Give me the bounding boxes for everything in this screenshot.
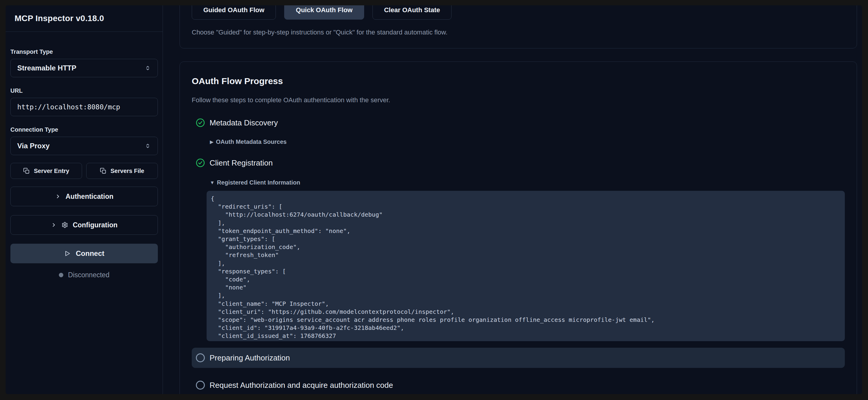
- connection-status: Disconnected: [10, 271, 158, 279]
- configuration-toggle[interactable]: Configuration: [10, 215, 158, 235]
- gear-icon: [62, 222, 68, 228]
- step-preparing-authorization: Preparing Authorization: [192, 348, 845, 368]
- oauth-mode-caption: Choose "Guided" for step-by-step instruc…: [192, 29, 845, 36]
- sidebar-content: Transport Type Streamable HTTP URL Conne…: [6, 32, 163, 279]
- step-client-registration: Client Registration: [192, 158, 845, 167]
- progress-subtitle: Follow these steps to complete OAuth aut…: [192, 96, 845, 104]
- guided-oauth-flow-button[interactable]: Guided OAuth Flow: [192, 5, 276, 20]
- progress-title: OAuth Flow Progress: [192, 76, 845, 86]
- authentication-label: Authentication: [66, 192, 114, 201]
- configuration-label: Configuration: [73, 221, 118, 229]
- chevrons-up-down-icon: [145, 143, 151, 149]
- registered-client-json: { "redirect_uris": [ "http://localhost:6…: [211, 195, 839, 341]
- server-entry-label: Server Entry: [34, 167, 69, 175]
- server-entry-button[interactable]: Server Entry: [10, 163, 82, 179]
- transport-type-label: Transport Type: [10, 49, 158, 55]
- step-label: Preparing Authorization: [210, 353, 290, 363]
- oauth-progress-card: OAuth Flow Progress Follow these steps t…: [180, 62, 857, 394]
- transport-type-value: Streamable HTTP: [17, 64, 76, 72]
- status-text: Disconnected: [68, 271, 110, 279]
- connection-type-label: Connection Type: [10, 126, 158, 133]
- step-label: Request Authorization and acquire author…: [210, 381, 393, 390]
- app-window: MCP Inspector v0.18.0 Transport Type Str…: [6, 5, 862, 394]
- copy-icon: [100, 167, 106, 174]
- pending-circle-icon: [196, 381, 205, 390]
- chevron-right-icon: [51, 222, 57, 228]
- connection-type-select[interactable]: Via Proxy: [10, 137, 158, 155]
- oauth-metadata-sources-label: OAuth Metadata Sources: [216, 139, 286, 145]
- servers-file-label: Servers File: [111, 167, 144, 175]
- sidebar-header: MCP Inspector v0.18.0: [6, 5, 163, 32]
- chevrons-up-down-icon: [145, 65, 151, 71]
- connection-type-value: Via Proxy: [17, 142, 50, 150]
- authentication-toggle[interactable]: Authentication: [10, 187, 158, 206]
- oauth-metadata-sources-toggle[interactable]: ▶ OAuth Metadata Sources: [210, 139, 845, 145]
- triangle-expanded-icon: ▼: [210, 180, 215, 185]
- servers-file-button[interactable]: Servers File: [86, 163, 158, 179]
- check-circle-icon: [196, 118, 205, 127]
- oauth-mode-card: Guided OAuth Flow Quick OAuth Flow Clear…: [180, 5, 857, 49]
- step-metadata-discovery: Metadata Discovery: [192, 118, 845, 127]
- url-input[interactable]: [10, 98, 158, 116]
- step-label: Client Registration: [210, 158, 273, 167]
- url-label: URL: [10, 87, 158, 94]
- pending-circle-icon: [196, 353, 205, 362]
- app-title: MCP Inspector v0.18.0: [14, 14, 104, 23]
- step-request-authorization: Request Authorization and acquire author…: [192, 375, 845, 394]
- status-dot-icon: [59, 273, 63, 277]
- chevron-right-icon: [55, 193, 61, 199]
- export-buttons-row: Server Entry Servers File: [10, 163, 158, 179]
- progress-steps: Metadata Discovery ▶ OAuth Metadata Sour…: [192, 118, 845, 394]
- connect-label: Connect: [76, 249, 104, 258]
- sidebar: MCP Inspector v0.18.0 Transport Type Str…: [6, 5, 163, 394]
- check-circle-icon: [196, 158, 205, 167]
- oauth-mode-buttons: Guided OAuth Flow Quick OAuth Flow Clear…: [192, 5, 845, 20]
- registered-client-json-block[interactable]: { "redirect_uris": [ "http://localhost:6…: [207, 191, 845, 341]
- registered-client-info-label: Registered Client Information: [217, 179, 300, 186]
- registered-client-info-toggle[interactable]: ▼ Registered Client Information: [210, 179, 845, 186]
- copy-icon: [23, 167, 30, 174]
- quick-oauth-flow-button[interactable]: Quick OAuth Flow: [284, 5, 364, 20]
- clear-oauth-state-button[interactable]: Clear OAuth State: [372, 5, 452, 20]
- step-label: Metadata Discovery: [210, 118, 278, 127]
- triangle-collapsed-icon: ▶: [210, 139, 213, 145]
- main-panel: Guided OAuth Flow Quick OAuth Flow Clear…: [163, 5, 862, 394]
- connect-button[interactable]: Connect: [10, 244, 158, 263]
- transport-type-select[interactable]: Streamable HTTP: [10, 59, 158, 77]
- play-icon: [64, 250, 71, 257]
